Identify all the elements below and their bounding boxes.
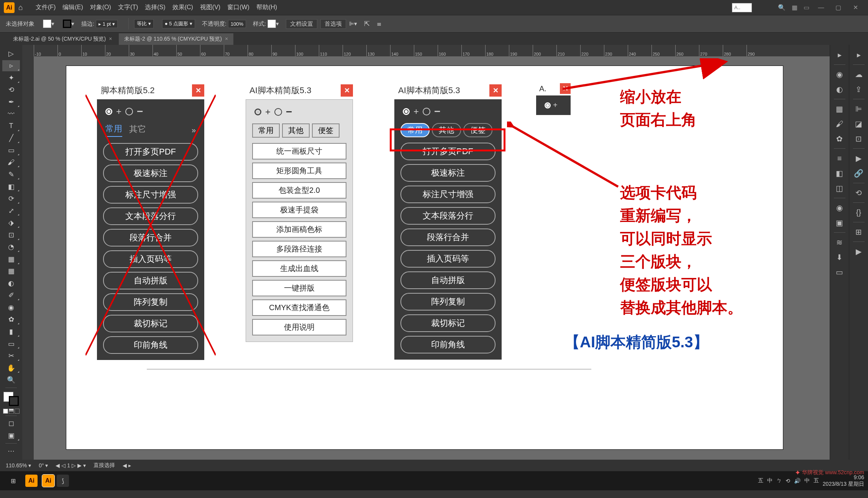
symbols-panel-icon[interactable]: ✿ bbox=[832, 132, 847, 146]
fill-stroke-control[interactable] bbox=[3, 392, 19, 406]
properties-panel-icon[interactable]: ▸ bbox=[832, 48, 847, 62]
ruler-vertical[interactable] bbox=[22, 56, 34, 460]
tray-icon[interactable]: 五 bbox=[814, 477, 819, 484]
tab-doc-2[interactable]: 未标题-2 @ 110.65 % (CMYK/CPU 预览)× bbox=[119, 33, 233, 45]
brushes-panel-icon[interactable]: 🖌 bbox=[832, 117, 847, 131]
shape-builder-tool[interactable]: ◔ bbox=[2, 242, 20, 253]
script-button[interactable]: 自动拼版 bbox=[400, 271, 496, 289]
prefs-button[interactable]: 首选项 bbox=[320, 19, 346, 29]
column-graph-tool[interactable]: ▮ bbox=[2, 326, 20, 337]
script-button[interactable]: 极速手提袋 bbox=[252, 202, 346, 218]
transform-panel-icon[interactable]: ⊡ bbox=[852, 132, 866, 146]
appearance-panel-icon[interactable]: ◉ bbox=[832, 201, 847, 215]
pin-icon[interactable]: ⇱ bbox=[364, 20, 370, 28]
search-icon[interactable]: 🔍 bbox=[778, 4, 786, 11]
tray-icon[interactable]: 五 bbox=[758, 477, 763, 484]
style-swatch[interactable] bbox=[267, 20, 276, 28]
blend-tool[interactable]: ◉ bbox=[2, 302, 20, 313]
libraries-icon[interactable]: ▸ bbox=[852, 48, 866, 62]
taskbar-app-other[interactable]: ⟆ bbox=[57, 475, 69, 487]
panel-mode-row[interactable]: + bbox=[542, 101, 564, 110]
panel-tab-common[interactable]: 常用 bbox=[252, 123, 280, 138]
script-button[interactable]: 印前角线 bbox=[400, 336, 496, 353]
script-button[interactable]: 阵列复制 bbox=[400, 293, 496, 311]
ruler-horizontal[interactable]: -100102030405060708090100110120130140150… bbox=[34, 45, 830, 56]
free-transform-tool[interactable]: ⊡ bbox=[2, 229, 20, 241]
panel-close-button[interactable]: ✕ bbox=[192, 84, 204, 97]
panel-close-button[interactable]: ✕ bbox=[489, 84, 502, 97]
script-button[interactable]: 文本段落分行 bbox=[103, 207, 198, 225]
navigator-icon[interactable]: ⊞ bbox=[852, 225, 866, 239]
gradient-tool[interactable]: ◐ bbox=[2, 278, 20, 289]
hand-tool[interactable]: ✋ bbox=[2, 362, 20, 374]
width-tool[interactable]: ⬗ bbox=[2, 217, 20, 228]
tray-icon[interactable]: 中 bbox=[767, 477, 773, 484]
draw-mode-normal[interactable]: ◻ bbox=[2, 418, 20, 429]
script-button[interactable]: 多段路径连接 bbox=[252, 241, 346, 257]
radio-selected-icon[interactable] bbox=[545, 102, 551, 108]
script-button[interactable]: 生成出血线 bbox=[252, 260, 346, 277]
scrollbar-h[interactable]: ◀ ▸ bbox=[123, 462, 131, 468]
layers-panel-icon[interactable]: ≋ bbox=[832, 235, 847, 249]
radio-unselected-icon[interactable] bbox=[423, 108, 430, 115]
script-button[interactable]: 段落行合并 bbox=[400, 228, 496, 246]
script-button[interactable]: 打开多页PDF bbox=[103, 143, 198, 161]
panel-close-button[interactable]: ✕ bbox=[560, 83, 571, 94]
line-tool[interactable]: ╱ bbox=[2, 133, 20, 144]
radio-unselected-icon[interactable] bbox=[274, 108, 282, 116]
menu-type[interactable]: 文字(T) bbox=[118, 3, 138, 12]
pen-tool[interactable]: ✒ bbox=[2, 96, 20, 108]
script-button[interactable]: 极速标注 bbox=[400, 164, 496, 182]
curvature-tool[interactable]: 〰 bbox=[2, 108, 20, 120]
radio-selected-icon[interactable] bbox=[105, 108, 112, 115]
tray-volume-icon[interactable]: 🔊 bbox=[794, 478, 801, 484]
transparency-panel-icon[interactable]: ◫ bbox=[832, 181, 847, 195]
ruler-origin[interactable] bbox=[22, 45, 34, 56]
perspective-grid-tool[interactable]: ▦ bbox=[2, 253, 20, 265]
menu-file[interactable]: 文件(F) bbox=[36, 3, 56, 12]
menu-select[interactable]: 选择(S) bbox=[145, 3, 165, 12]
artboard-nav[interactable]: ◀ ◁ 1 ▷ ▶ ▾ bbox=[56, 462, 85, 468]
cloud-icon[interactable]: ☁ bbox=[852, 67, 866, 81]
scale-tool[interactable]: ⤢ bbox=[2, 205, 20, 217]
align-panel-icon[interactable]: ⊫ bbox=[852, 102, 866, 116]
arrange-icon[interactable]: ▦ bbox=[792, 4, 797, 11]
script-button[interactable]: 标注尺寸增强 bbox=[103, 186, 198, 204]
swatches-panel-icon[interactable]: ▦ bbox=[832, 102, 847, 116]
script-button[interactable]: 裁切标记 bbox=[400, 314, 496, 332]
script-button[interactable]: 使用说明 bbox=[252, 319, 346, 335]
tray-icon[interactable]: ⟲ bbox=[786, 478, 790, 484]
script-button[interactable]: 包装盒型2.0 bbox=[252, 182, 346, 199]
close-icon[interactable]: × bbox=[109, 36, 112, 42]
eyedropper-tool[interactable]: ✐ bbox=[2, 290, 20, 301]
chevron-right-icon[interactable]: » bbox=[192, 126, 196, 135]
rotate-tool[interactable]: ⟳ bbox=[2, 193, 20, 204]
taskbar-app-ai-1[interactable]: Ai bbox=[25, 475, 38, 487]
script-button[interactable]: CMYK查找潘通色 bbox=[252, 299, 346, 316]
maximize-button[interactable]: ▢ bbox=[830, 4, 847, 11]
workspace-icon[interactable]: ▭ bbox=[804, 4, 809, 11]
fill-swatch[interactable] bbox=[43, 20, 51, 28]
artboards-panel-icon[interactable]: ▭ bbox=[832, 265, 847, 279]
graphic-styles-icon[interactable]: ▣ bbox=[832, 216, 847, 230]
radio-selected-icon[interactable] bbox=[254, 108, 261, 115]
stroke-panel-icon[interactable]: ≡ bbox=[832, 151, 847, 165]
start-button[interactable]: ⊞ bbox=[4, 473, 22, 488]
radio-selected-icon[interactable] bbox=[403, 108, 410, 115]
close-icon[interactable]: × bbox=[225, 36, 228, 42]
script-button[interactable]: 添加画稿色标 bbox=[252, 221, 346, 238]
script-button[interactable]: 段落行合并 bbox=[103, 229, 198, 247]
stroke-swatch[interactable] bbox=[63, 20, 71, 28]
menu-effect[interactable]: 效果(C) bbox=[172, 3, 193, 12]
menu-window[interactable]: 窗口(W) bbox=[227, 3, 249, 12]
stroke-weight-input[interactable]: ▸ 1 pt ▾ bbox=[96, 20, 118, 28]
type-tool[interactable]: T bbox=[2, 120, 20, 132]
symbol-sprayer-tool[interactable]: ✿ bbox=[2, 314, 20, 325]
script-button[interactable]: 裁切标记 bbox=[103, 315, 198, 332]
panel-mode-row[interactable]: + − bbox=[252, 106, 346, 118]
search-field-top[interactable] bbox=[732, 3, 752, 12]
panel-close-button[interactable]: ✕ bbox=[341, 84, 353, 97]
shaper-tool[interactable]: ✎ bbox=[2, 169, 20, 180]
screen-mode[interactable]: ▣ bbox=[2, 430, 20, 441]
color-mode-row[interactable] bbox=[3, 409, 20, 414]
